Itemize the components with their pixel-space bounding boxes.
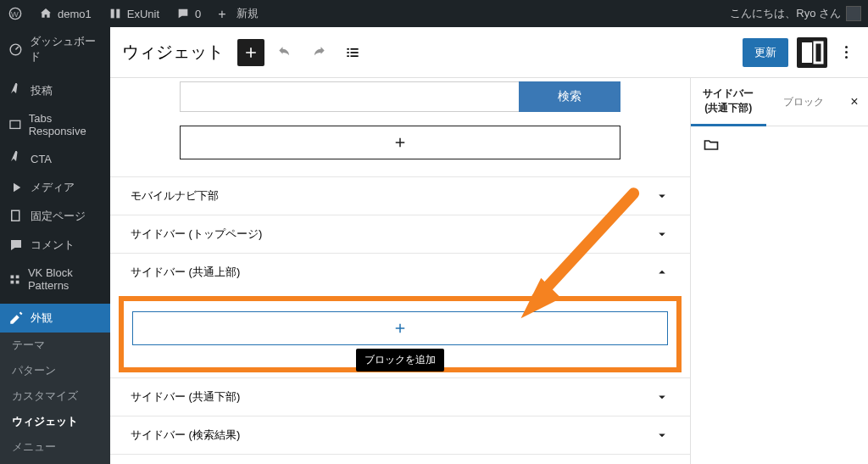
editor-canvas: 検索 モバイルナビ下部 サイドバー (トップページ) サイドバー (共通上部) …	[110, 78, 690, 464]
search-block: 検索	[180, 81, 620, 112]
sub-patterns[interactable]: パターン	[0, 358, 110, 383]
menu-media[interactable]: メディア	[0, 173, 110, 202]
new-item[interactable]: + 新規	[209, 0, 267, 27]
block-appender[interactable]	[180, 126, 620, 159]
menu-appearance[interactable]: 外観	[0, 304, 110, 333]
svg-rect-9	[16, 280, 19, 283]
svg-rect-1	[110, 9, 114, 19]
menu-cta[interactable]: CTA	[0, 144, 110, 173]
sub-menus[interactable]: メニュー	[0, 434, 110, 460]
tooltip: ブロックを追加	[356, 349, 444, 372]
menu-pages[interactable]: 固定ページ	[0, 202, 110, 231]
sub-widgets[interactable]: ウィジェット	[0, 409, 110, 434]
wp-admin-bar: demo1 ExUnit 0 + 新規 こんにちは、Ryo さん	[0, 0, 868, 27]
plus-icon: +	[218, 7, 231, 20]
highlighted-area: ブロックを追加	[119, 296, 682, 372]
area-sidebar-search[interactable]: サイドバー (検索結果)	[110, 416, 690, 454]
avatar[interactable]	[846, 6, 861, 21]
block-appender-highlighted[interactable]	[132, 311, 668, 345]
svg-rect-16	[351, 55, 359, 57]
sub-customize[interactable]: カスタマイズ	[0, 383, 110, 409]
svg-rect-11	[347, 48, 349, 50]
svg-rect-18	[815, 42, 822, 63]
settings-sidebar: サイドバー (共通下部) ブロック ×	[690, 78, 868, 464]
menu-posts[interactable]: 投稿	[0, 76, 110, 105]
page-title: ウィジェット	[122, 41, 224, 64]
inserter-toggle-button[interactable]	[237, 39, 264, 66]
chevron-down-icon	[654, 389, 670, 405]
svg-rect-7	[16, 275, 19, 278]
chevron-up-icon	[654, 265, 670, 280]
svg-rect-6	[10, 275, 14, 278]
area-mobile-nav[interactable]: モバイルナビ下部	[110, 177, 690, 215]
svg-rect-4	[10, 120, 20, 128]
exunit-text: ExUnit	[127, 8, 159, 20]
area-sidebar-top[interactable]: サイドバー (トップページ)	[110, 215, 690, 253]
search-button[interactable]: 検索	[519, 81, 620, 112]
comments-count: 0	[195, 8, 201, 20]
chevron-down-icon	[654, 226, 670, 242]
menu-vk-patterns[interactable]: VK Block Patterns	[0, 260, 110, 299]
undo-button[interactable]	[271, 39, 298, 66]
tab-block[interactable]: ブロック	[766, 87, 842, 118]
exunit-item[interactable]: ExUnit	[100, 0, 168, 27]
sub-themes[interactable]: テーマ	[0, 333, 110, 358]
greeting-text[interactable]: こんにちは、Ryo さん	[730, 6, 841, 21]
editor-header: ウィジェット 更新	[110, 27, 868, 78]
appearance-submenu: テーマ パターン カスタマイズ ウィジェット メニュー 背景 テーマファイルエデ…	[0, 333, 110, 464]
svg-rect-12	[351, 48, 359, 50]
sub-background[interactable]: 背景	[0, 460, 110, 464]
svg-rect-14	[351, 52, 359, 53]
redo-button[interactable]	[305, 39, 332, 66]
svg-rect-2	[116, 9, 120, 19]
admin-menu: ダッシュボード 投稿 Tabs Responsive CTA メディア 固定ペー…	[0, 27, 110, 464]
update-button[interactable]: 更新	[743, 38, 788, 67]
menu-tabs-responsive[interactable]: Tabs Responsive	[0, 105, 110, 144]
svg-rect-17	[802, 42, 812, 63]
folder-icon	[703, 137, 720, 154]
area-sidebar-common-upper[interactable]: サイドバー (共通上部)	[110, 254, 690, 291]
tab-widget-area[interactable]: サイドバー (共通下部)	[691, 78, 766, 126]
comments-item[interactable]: 0	[168, 0, 209, 27]
menu-comments[interactable]: コメント	[0, 231, 110, 260]
svg-rect-15	[347, 55, 349, 57]
svg-rect-5	[12, 210, 19, 221]
svg-rect-8	[10, 280, 14, 283]
more-options-button[interactable]	[836, 46, 856, 59]
plus-icon	[392, 135, 408, 150]
site-name-item[interactable]: demo1	[31, 0, 100, 27]
list-view-button[interactable]	[339, 39, 366, 66]
menu-dashboard[interactable]: ダッシュボード	[0, 27, 110, 71]
area-sidebar-post[interactable]: サイドバー (投稿)	[110, 455, 690, 464]
close-sidebar-button[interactable]: ×	[841, 94, 868, 109]
plus-icon	[392, 321, 408, 336]
svg-rect-13	[347, 52, 349, 53]
settings-panel-button[interactable]	[797, 37, 827, 68]
chevron-down-icon	[654, 428, 670, 443]
search-input[interactable]	[180, 81, 519, 112]
wp-logo-item[interactable]	[0, 0, 31, 27]
chevron-down-icon	[654, 188, 670, 204]
area-sidebar-common-lower[interactable]: サイドバー (共通下部)	[110, 378, 690, 416]
new-text: 新規	[236, 6, 259, 21]
site-name-text: demo1	[58, 8, 92, 20]
